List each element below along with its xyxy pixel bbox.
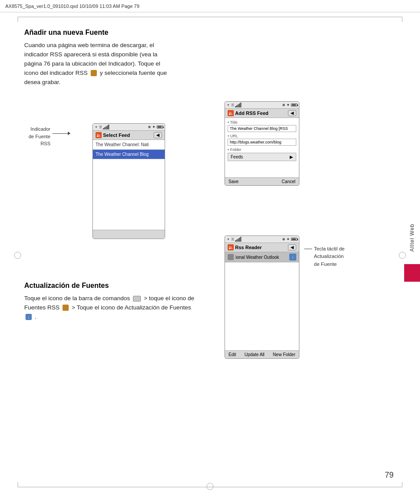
phone2-back[interactable]: ◀ — [288, 110, 296, 116]
phone3-empty — [225, 262, 299, 350]
indicator-arrow — [52, 132, 70, 135]
corner-bl — [18, 482, 23, 487]
rss-inline-icon1 — [91, 70, 97, 76]
phone1-title: Select Feed — [103, 132, 130, 138]
update-icon2: ↓ — [26, 314, 32, 320]
phone1-content: The Weather Channel: Nati The Weather Ch… — [93, 140, 165, 239]
phone1-back[interactable]: ◀ — [154, 132, 162, 138]
rss-icon2 — [63, 305, 69, 311]
phone3-edit[interactable]: Edit — [228, 352, 236, 357]
corner-tl — [18, 17, 23, 22]
phone1-rss-icon — [96, 132, 102, 138]
phone2-status: ▼ 置 ⊕ ✦ — [225, 102, 299, 109]
section1-title: Añadir una nueva Fuente — [24, 29, 192, 37]
phone3-update-icon[interactable]: ↓ — [289, 254, 296, 261]
section2-area: Actualización de Fuentes Toque el icono … — [24, 282, 196, 322]
phone2-input-url[interactable]: http://blogs.weather.com/blog — [228, 139, 296, 146]
tecla-text: Tecla táctil de Actualización de Fuente — [314, 245, 345, 268]
phone2-label-url: • URL — [228, 134, 296, 138]
main-content: Añadir una nueva Fuente Cuando una págin… — [24, 24, 396, 480]
cmd-icon1 — [133, 296, 141, 302]
phone2-spacer — [228, 162, 296, 175]
phone3-content: ional Weather Outlook ↓ — [225, 252, 299, 350]
phone2: ▼ 置 ⊕ ✦ Add RSS Feed — [225, 101, 299, 186]
phone2-title: Add RSS Feed — [235, 110, 269, 116]
phone2-cancel[interactable]: Cancel — [282, 179, 295, 184]
tecla-line — [304, 249, 312, 249]
phone2-save[interactable]: Save — [228, 179, 239, 184]
indicator-label: Indicador de Fuente RSS — [29, 125, 51, 147]
phone2-bottom-bar: Save Cancel — [225, 177, 299, 185]
corner-tr — [397, 17, 402, 22]
phone2-content: • Title The Weather Channel Blog [RSS • … — [225, 118, 299, 177]
phone3-folder-icon — [228, 254, 234, 260]
phone1-titlebar: Select Feed ◀ — [93, 131, 165, 140]
circle-bottom — [206, 483, 214, 490]
header-text: AX8575_Spa_ver1.0_091010.qxd 10/10/09 11… — [5, 4, 140, 9]
phone3-row1: ional Weather Outlook — [236, 255, 289, 260]
section2-title: Actualización de Fuentes — [24, 282, 196, 290]
phone3-bottom-bar: Edit Update All New Folder — [225, 350, 299, 358]
phone3-row1-container[interactable]: ional Weather Outlook ↓ — [225, 252, 299, 262]
right-tab-label: Alltel Web — [409, 224, 415, 252]
phone2-folder-arrow: ▶ — [290, 155, 293, 159]
section2-body3: > Toque el icono de Actualización de Fue… — [72, 304, 191, 311]
circle-left — [14, 252, 21, 259]
left-column: Añadir una nueva Fuente Cuando una págin… — [24, 24, 192, 87]
phone2-input-title[interactable]: The Weather Channel Blog [RSS — [228, 125, 296, 132]
tecla-area: Tecla táctil de Actualización de Fuente — [304, 245, 345, 268]
phone2-folder-name: Feeds — [231, 155, 243, 159]
section2-body: Toque el icono de la barra de comandos >… — [24, 294, 196, 322]
phone3-titlebar: Rss Reader ◀ — [225, 243, 299, 252]
corner-br — [397, 482, 402, 487]
phone2-label-folder: • Folder — [228, 147, 296, 152]
phone1-row2[interactable]: The Weather Channel Blog — [93, 150, 165, 159]
phone3-rss-icon — [228, 244, 234, 250]
phone2-folder-row[interactable]: Feeds ▶ — [228, 153, 296, 161]
phone3-folder[interactable]: New Folder — [273, 352, 295, 357]
phone3-status: ▼ 置 ⊕ ✦ — [225, 236, 299, 243]
section2-body1: Toque el icono de la barra de comandos — [24, 295, 130, 302]
right-tab: Alltel Web — [404, 211, 420, 264]
phone1-bottom-bar — [93, 230, 165, 239]
phone1: ▼ 置 ⊕ ✦ Select Feed ◀ — [92, 123, 165, 239]
phone1-row1[interactable]: The Weather Channel: Nati — [93, 140, 165, 150]
phone1-empty — [93, 159, 165, 230]
phone2-rss-icon — [228, 110, 234, 116]
phone3-update[interactable]: Update All — [244, 352, 265, 357]
phone2-label-title: • Title — [228, 120, 296, 125]
border-top — [18, 17, 402, 17]
phone3-back[interactable]: ◀ — [288, 244, 296, 250]
phone3: ▼ 置 ⊕ ✦ Rss Reader ◀ — [225, 235, 299, 359]
period: . — [35, 313, 37, 320]
phone3-title: Rss Reader — [235, 245, 262, 250]
phone2-titlebar: Add RSS Feed ◀ — [225, 109, 299, 118]
indicator-area: Indicador de Fuente RSS — [29, 125, 70, 147]
right-tab-bar — [404, 264, 420, 282]
phone1-status: ▼ 置 ⊕ ✦ — [93, 124, 165, 131]
header-bar: AX8575_Spa_ver1.0_091010.qxd 10/10/09 11… — [0, 0, 420, 12]
section1-body: Cuando una página web termina de descarg… — [24, 41, 174, 87]
